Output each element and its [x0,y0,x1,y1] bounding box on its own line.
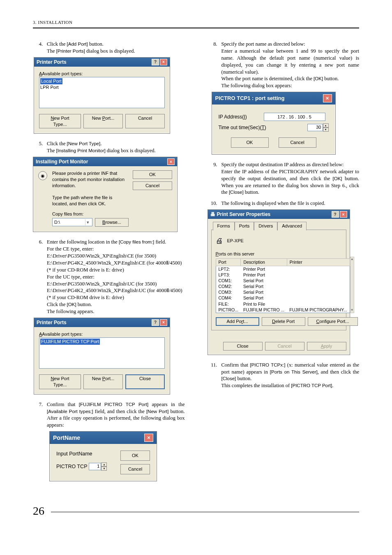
close-icon[interactable]: × [160,319,167,326]
table-row[interactable]: PICTRO...FUJIFILM PICTRO ...FUJIFILM PIC… [216,307,350,313]
ok-button[interactable]: OK [231,137,269,148]
browse-button[interactable]: Browse... [95,218,129,227]
tab-drivers[interactable]: Drivers [254,222,277,230]
step-num: 8. [208,41,221,89]
ok-button[interactable]: OK [133,170,172,179]
list-item[interactable]: LPR Port [40,84,164,91]
timeout-value[interactable]: 30 [307,124,323,131]
cell: LPT2: [216,266,241,272]
table-row[interactable]: COM1:Serial Port [216,278,350,283]
cell: FILE: [216,301,241,307]
cancel-button[interactable]: Cancel [279,137,316,148]
step-num: 7. [33,401,47,429]
table-row[interactable]: COM4:Serial Port [216,295,350,301]
path-input[interactable]: D:\▾ [52,218,92,226]
scroll-up-icon[interactable]: ▲ [350,257,354,262]
ui-ref: [Copy files from:] [119,239,154,244]
configure-port-button[interactable]: Configure Port... [308,317,358,326]
scrollbar[interactable]: ▲ ▼ [350,257,354,313]
ok-button[interactable]: OK [120,451,150,461]
close-icon[interactable]: × [340,211,347,218]
port-types-list[interactable]: Local Port LPR Port [39,77,165,108]
list-item[interactable]: Local Port [40,78,62,84]
ui-ref: [Close] [221,376,236,381]
cancel-button[interactable]: Cancel [125,114,165,129]
table-row[interactable]: LPT2:Printer Port [216,266,350,272]
table-row[interactable]: FILE:Print to File [216,301,350,307]
delete-port-button[interactable]: Delete Port [262,317,305,326]
close-icon[interactable]: × [144,434,153,442]
table-row[interactable]: LPT3:Printer Port [216,272,350,278]
portname-value[interactable]: 1 [89,463,101,470]
cell [287,289,350,295]
spin-down-icon[interactable]: ▼ [323,128,329,132]
port-types-list[interactable]: FUJIFILM PICTRO TCP Port [39,337,165,369]
tab-forms[interactable]: Forms [213,222,235,230]
timeout-spinner[interactable]: 30 ▲ ▼ [307,123,329,132]
text: button. [76,302,92,307]
close-icon[interactable]: × [160,59,167,65]
add-port-button[interactable]: Add Port... [216,317,259,326]
available-port-types-label: AAvailable port types: [39,331,165,337]
cell [287,301,350,307]
list-item[interactable]: FUJIFILM PICTRO TCP Port [40,339,100,345]
new-port-type-button[interactable]: New Port Type... [39,114,81,129]
col-desc[interactable]: Description [241,259,287,266]
spin-down-icon[interactable]: ▼ [101,467,107,471]
new-port-type-button[interactable]: New Port Type... [39,374,81,389]
close-icon[interactable]: × [323,94,332,102]
cell [287,283,350,289]
cell: COM2: [216,283,241,289]
text: button. [342,176,359,181]
footer-rule [51,512,359,512]
text: dialog box is displayed. [85,48,135,54]
right-column: 8. Specify the port name as directed bel… [208,41,360,488]
new-port-button[interactable]: New Port... [83,374,123,389]
step-num: 6. [33,239,47,315]
tab-advanced[interactable]: Advanced [277,222,307,230]
close-icon[interactable]: × [167,158,175,165]
path-value: D:\ [54,219,60,225]
apply-button: Apply [307,342,346,351]
help-icon[interactable]: ? [332,211,339,218]
cancel-button[interactable]: Cancel [133,181,172,190]
spin-up-icon[interactable]: ▲ [323,123,329,128]
text: . [332,383,333,388]
ports-table[interactable]: Port Description Printer LPT2:Printer Po… [216,258,350,313]
new-port-button[interactable]: New Port... [83,114,123,129]
help-icon[interactable]: ? [152,319,159,326]
text: E:\Driver\PG3500\Win2k_XP\English\UC (fo… [47,281,185,288]
text: This completes the installation of [221,383,291,388]
col-port[interactable]: Port [216,259,241,266]
scroll-down-icon[interactable]: ▼ [350,308,354,313]
table-row[interactable]: COM3:Serial Port [216,289,350,295]
step-7: 7. Confirm that [FUJIFILM PICTRO TCP Por… [33,401,185,429]
step-9: 9. Specify the output destination IP add… [208,161,360,196]
cancel-button[interactable]: Cancel [120,464,150,474]
help-icon[interactable]: ? [152,59,159,65]
text: E:\Driver\PG3500\Win2k_XP\English\CE (fo… [47,253,185,260]
text: appears in the [148,402,184,407]
text: Specify the output destination IP addres… [221,161,360,168]
tab-ports[interactable]: Ports [235,222,254,230]
text: button. [88,41,104,47]
portname-spinner[interactable]: 1 ▲ ▼ [89,462,107,471]
cell: PICTRO... [216,307,241,313]
cell: Printer Port [241,272,287,278]
tabs: Forms Ports Drivers Advanced [211,221,346,230]
text: Confirm that [47,402,79,407]
step-8: 8. Specify the port name as directed bel… [208,41,360,89]
dialog-title: Printer Ports [37,59,67,65]
dropdown-icon[interactable]: ▾ [85,219,90,225]
ip-address-input[interactable]: 172 . 16 . 100 . 5 [264,113,325,121]
print-server-properties-dialog: 🖶Print Server Properties ? × Forms Ports… [208,209,350,355]
close-button[interactable]: Close [223,342,263,351]
text: For the UC type, enter: [47,274,185,281]
close-button[interactable]: Close [125,374,165,389]
step-num: 5. [33,140,47,154]
text: When the port name is determined, click … [221,76,314,81]
col-printer[interactable]: Printer [287,259,350,266]
spin-up-icon[interactable]: ▲ [101,462,107,467]
table-row[interactable]: COM2:Serial Port [216,283,350,289]
cell: Printer Port [241,266,287,272]
